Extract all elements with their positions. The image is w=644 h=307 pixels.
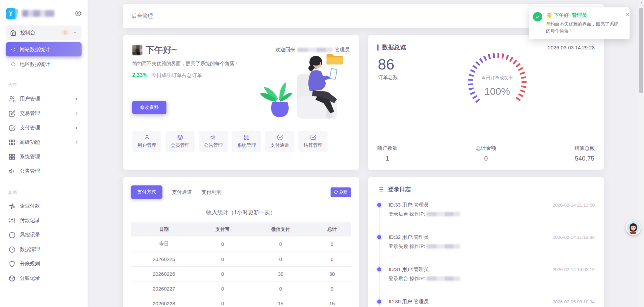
sidebar-item-label: 企业付款: [20, 203, 40, 209]
quick-action-settlement-mgmt[interactable]: 结算管理: [298, 131, 328, 152]
refresh-button[interactable]: 刷新: [331, 187, 351, 197]
sidebar-item-split-rules[interactable]: 分账规则: [6, 257, 82, 271]
scrollbar-thumb[interactable]: [639, 8, 643, 93]
sidebar-item-console[interactable]: 控制台 2: [6, 26, 82, 40]
sidebar-item-region-data-stats[interactable]: 地区数据统计: [6, 57, 82, 71]
chevron-down-icon: [73, 30, 78, 35]
sidebar-item-split-records[interactable]: 分账记录: [6, 271, 82, 286]
volume-icon: [9, 168, 15, 175]
sidebar-item-trade-mgmt[interactable]: 交易管理: [6, 106, 82, 121]
armchair: [297, 74, 337, 119]
sidebar-item-data-cleanup[interactable]: 数据清理: [6, 242, 82, 257]
edit-profile-button[interactable]: 修改资料: [132, 101, 166, 114]
sidebar-item-payment-records[interactable]: 付款记录: [6, 213, 82, 228]
sidebar-item-risk-records[interactable]: 风控记录: [6, 228, 82, 242]
list-item: ID:31 用户:管理员 2026-02-14 14:02:19 登录后台 操作…: [377, 266, 595, 282]
list-icon: [377, 186, 384, 193]
column-header-total: 总计: [313, 222, 351, 236]
order-total: 86 订单总数: [378, 56, 398, 81]
avatar: [132, 45, 142, 55]
sidebar-item-label: 控制台: [20, 30, 58, 36]
chevron-right-icon: [74, 111, 79, 116]
clock-icon: [9, 246, 15, 253]
quick-action-member-mgmt[interactable]: 会员管理: [165, 131, 195, 152]
sidebar-collapse-button[interactable]: [75, 10, 82, 17]
percent-label: 今日成功订单占总订单: [152, 72, 202, 78]
grid-icon: [244, 134, 250, 140]
sidebar: ¥ 控制台 2 网站数据统计 地区数据统计 管理: [0, 0, 88, 307]
chevron-right-icon: [74, 140, 79, 145]
quick-action-announcement-mgmt[interactable]: 公告管理: [199, 131, 228, 152]
ip-blurred: [427, 244, 460, 249]
toast-message: 简约而不失优雅的界面，照亮了系统的每个角落！: [546, 21, 622, 35]
tab-payment-profit[interactable]: 支付利润: [201, 189, 221, 195]
check-icon: [533, 12, 542, 21]
scrollbar: ▲: [639, 0, 644, 307]
sidebar-section-management: 管理: [8, 83, 80, 88]
table-row: 2026022801515: [131, 296, 351, 307]
quick-action-user-mgmt[interactable]: 用户管理: [132, 131, 161, 152]
column-header-date: 日期: [131, 222, 197, 236]
table-row: 今日000: [131, 236, 351, 252]
gauge-value: 100%: [462, 86, 533, 97]
sidebar-item-label: 支付管理: [20, 125, 40, 131]
sidebar-item-label: 风控记录: [20, 232, 40, 238]
percent-value: 2.33%: [132, 72, 147, 78]
check-circle-icon: [9, 125, 15, 131]
table-row: 20260225000: [131, 252, 351, 267]
sidebar-item-label: 地区数据统计: [20, 61, 50, 68]
shield-icon: [9, 261, 15, 267]
sidebar-item-enterprise-payment[interactable]: 企业付款: [6, 199, 82, 213]
chevron-right-icon: [74, 97, 79, 101]
overview-timestamp: 2026-03-03 14:29:28: [548, 45, 595, 50]
box-icon: [9, 275, 15, 282]
stat-merchant-count: 商户数量 1: [377, 145, 397, 162]
alert-circle-icon: [9, 232, 15, 238]
edit-icon: [9, 110, 15, 117]
timeline-dot-icon: [377, 203, 381, 207]
refresh-icon: [334, 190, 338, 194]
quick-action-system-mgmt[interactable]: 系统管理: [232, 131, 261, 152]
stat-settlement-total: 结算总额 540.75: [575, 145, 595, 162]
scroll-up-arrow[interactable]: ▲: [639, 1, 644, 4]
sidebar-section-other: 其他: [8, 190, 80, 195]
main-content: 后台管理 下午好~ 欢迎回来 管理员: [88, 0, 644, 307]
tab-payment-channel[interactable]: 支付通道: [172, 189, 192, 195]
close-icon[interactable]: ✕: [625, 12, 630, 35]
payments-card: 支付方式 支付通道 支付利润 刷新 收入统计（1小时更新一次） 日期 支付宝 微…: [123, 177, 359, 307]
welcome-card: 下午好~ 欢迎回来 管理员 简约而不失优雅的界面，照亮了系统的每个角落！ 2.3…: [123, 35, 359, 170]
column-header-wechat: 微信支付: [248, 222, 313, 236]
timeline-line: [379, 205, 380, 307]
sidebar-item-payment-mgmt[interactable]: 支付管理: [6, 121, 82, 135]
sidebar-item-advanced-features[interactable]: 高级功能: [6, 135, 82, 149]
welcome-subtitle: 简约而不失优雅的界面，照亮了系统的每个角落！: [132, 60, 350, 67]
sidebar-item-users-mgmt[interactable]: 用户管理: [6, 92, 82, 106]
sidebar-item-announcement-mgmt[interactable]: 公告管理: [6, 164, 82, 178]
plant: [260, 82, 293, 117]
grid-icon: [9, 154, 15, 160]
check-circle-icon: [277, 134, 283, 140]
circle-icon: [11, 62, 15, 66]
today-success-rate: 2.33% 今日成功订单占总订单: [132, 72, 350, 79]
sidebar-item-label: 网站数据统计: [20, 46, 50, 53]
list-item: ID:32 用户:管理员 2026-02-14 21:13:38 登录失败 操作…: [377, 234, 595, 250]
ip-blurred: [427, 212, 460, 216]
admin-dashboard: ¥ 控制台 2 网站数据统计 地区数据统计 管理: [0, 0, 644, 307]
console-badge: 2: [61, 30, 69, 36]
overview-title: 数据总览: [382, 43, 406, 51]
sidebar-item-site-data-stats[interactable]: 网站数据统计: [6, 42, 82, 56]
tab-payment-method[interactable]: 支付方式: [131, 185, 162, 199]
check-square-icon: [310, 134, 316, 140]
user-icon: [144, 134, 150, 140]
users-icon: [9, 96, 15, 102]
floating-avatar[interactable]: [626, 220, 641, 235]
quick-action-payment-channel[interactable]: 支付通道: [265, 131, 294, 152]
sidebar-item-label: 付款记录: [20, 217, 40, 224]
disc-icon: [75, 10, 82, 17]
sidebar-item-system-mgmt[interactable]: 系统管理: [6, 149, 82, 164]
divider: [123, 123, 359, 123]
income-table-title: 收入统计（1小时更新一次）: [131, 209, 351, 216]
slack-icon: [9, 203, 15, 210]
volume-icon: [210, 134, 216, 140]
overview-stats: 商户数量 1 总计金额 0 结算总额 540.75: [377, 145, 595, 162]
